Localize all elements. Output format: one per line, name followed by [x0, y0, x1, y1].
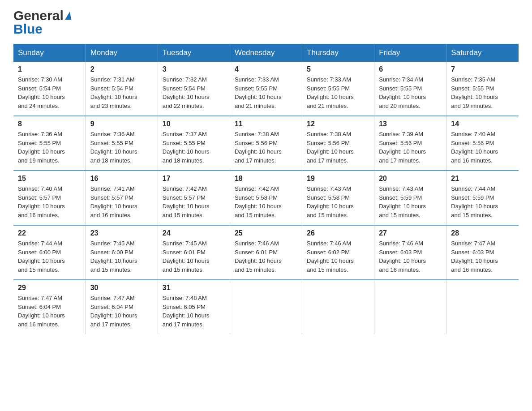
day-info: Sunrise: 7:46 AMSunset: 6:02 PMDaylight:… [307, 239, 369, 274]
calendar-cell: 8 Sunrise: 7:36 AMSunset: 5:55 PMDayligh… [13, 116, 86, 171]
day-info: Sunrise: 7:32 AMSunset: 5:54 PMDaylight:… [163, 75, 225, 110]
day-info: Sunrise: 7:46 AMSunset: 6:01 PMDaylight:… [235, 239, 297, 274]
calendar-cell: 22 Sunrise: 7:44 AMSunset: 6:00 PMDaylig… [13, 225, 86, 280]
calendar-header-row: SundayMondayTuesdayWednesdayThursdayFrid… [13, 44, 519, 62]
day-info: Sunrise: 7:35 AMSunset: 5:55 PMDaylight:… [451, 75, 514, 110]
day-number: 11 [235, 120, 297, 128]
day-info: Sunrise: 7:46 AMSunset: 6:03 PMDaylight:… [379, 239, 442, 274]
calendar-cell: 6 Sunrise: 7:34 AMSunset: 5:55 PMDayligh… [374, 62, 446, 116]
day-info: Sunrise: 7:47 AMSunset: 6:03 PMDaylight:… [451, 239, 514, 274]
day-number: 17 [163, 175, 225, 183]
day-number: 18 [235, 175, 297, 183]
day-info: Sunrise: 7:44 AMSunset: 6:00 PMDaylight:… [18, 239, 81, 274]
calendar-cell [374, 280, 446, 334]
header-cell-sunday: Sunday [13, 44, 86, 62]
day-info: Sunrise: 7:38 AMSunset: 5:56 PMDaylight:… [235, 130, 297, 165]
day-number: 8 [18, 120, 81, 128]
calendar-cell: 18 Sunrise: 7:42 AMSunset: 5:58 PMDaylig… [230, 171, 302, 225]
day-number: 25 [235, 229, 297, 237]
calendar-cell [302, 280, 374, 334]
header-cell-monday: Monday [86, 44, 158, 62]
day-info: Sunrise: 7:44 AMSunset: 5:59 PMDaylight:… [451, 184, 514, 219]
calendar-cell: 27 Sunrise: 7:46 AMSunset: 6:03 PMDaylig… [374, 225, 446, 280]
day-number: 4 [235, 65, 297, 73]
day-number: 24 [163, 229, 225, 237]
day-number: 19 [307, 175, 369, 183]
calendar-cell: 17 Sunrise: 7:42 AMSunset: 5:57 PMDaylig… [158, 171, 230, 225]
day-info: Sunrise: 7:42 AMSunset: 5:58 PMDaylight:… [235, 184, 297, 219]
day-info: Sunrise: 7:37 AMSunset: 5:55 PMDaylight:… [163, 130, 225, 165]
day-number: 2 [90, 65, 153, 73]
day-info: Sunrise: 7:41 AMSunset: 5:57 PMDaylight:… [90, 184, 153, 219]
calendar-cell: 12 Sunrise: 7:38 AMSunset: 5:56 PMDaylig… [302, 116, 374, 171]
calendar-cell: 2 Sunrise: 7:31 AMSunset: 5:54 PMDayligh… [86, 62, 158, 116]
day-info: Sunrise: 7:31 AMSunset: 5:54 PMDaylight:… [90, 75, 153, 110]
day-number: 7 [451, 65, 514, 73]
day-number: 15 [18, 175, 81, 183]
calendar-cell: 9 Sunrise: 7:36 AMSunset: 5:55 PMDayligh… [86, 116, 158, 171]
day-info: Sunrise: 7:33 AMSunset: 5:55 PMDaylight:… [235, 75, 297, 110]
calendar-cell: 30 Sunrise: 7:47 AMSunset: 6:04 PMDaylig… [86, 280, 158, 334]
calendar-cell [230, 280, 302, 334]
calendar-cell: 21 Sunrise: 7:44 AMSunset: 5:59 PMDaylig… [446, 171, 519, 225]
header-cell-friday: Friday [374, 44, 446, 62]
calendar-cell: 7 Sunrise: 7:35 AMSunset: 5:55 PMDayligh… [446, 62, 519, 116]
day-info: Sunrise: 7:36 AMSunset: 5:55 PMDaylight:… [18, 130, 81, 165]
day-number: 9 [90, 120, 153, 128]
day-number: 16 [90, 175, 153, 183]
calendar-cell: 19 Sunrise: 7:43 AMSunset: 5:58 PMDaylig… [302, 171, 374, 225]
calendar-cell: 29 Sunrise: 7:47 AMSunset: 6:04 PMDaylig… [13, 280, 86, 334]
day-info: Sunrise: 7:36 AMSunset: 5:55 PMDaylight:… [90, 130, 153, 165]
day-info: Sunrise: 7:39 AMSunset: 5:56 PMDaylight:… [379, 130, 442, 165]
day-info: Sunrise: 7:42 AMSunset: 5:57 PMDaylight:… [163, 184, 225, 219]
day-info: Sunrise: 7:40 AMSunset: 5:57 PMDaylight:… [18, 184, 81, 219]
logo-general-text: General [13, 9, 64, 22]
day-number: 28 [451, 229, 514, 237]
day-number: 12 [307, 120, 369, 128]
day-info: Sunrise: 7:45 AMSunset: 6:01 PMDaylight:… [163, 239, 225, 274]
logo-triangle-icon [65, 12, 71, 20]
calendar-cell: 13 Sunrise: 7:39 AMSunset: 5:56 PMDaylig… [374, 116, 446, 171]
logo: General Blue [13, 9, 71, 36]
calendar-cell: 31 Sunrise: 7:48 AMSunset: 6:05 PMDaylig… [158, 280, 230, 334]
calendar-cell: 26 Sunrise: 7:46 AMSunset: 6:02 PMDaylig… [302, 225, 374, 280]
calendar-cell: 23 Sunrise: 7:45 AMSunset: 6:00 PMDaylig… [86, 225, 158, 280]
day-info: Sunrise: 7:47 AMSunset: 6:04 PMDaylight:… [18, 294, 81, 329]
day-number: 13 [379, 120, 442, 128]
calendar-cell: 28 Sunrise: 7:47 AMSunset: 6:03 PMDaylig… [446, 225, 519, 280]
day-info: Sunrise: 7:40 AMSunset: 5:56 PMDaylight:… [451, 130, 514, 165]
day-number: 5 [307, 65, 369, 73]
calendar-cell: 15 Sunrise: 7:40 AMSunset: 5:57 PMDaylig… [13, 171, 86, 225]
calendar-cell: 25 Sunrise: 7:46 AMSunset: 6:01 PMDaylig… [230, 225, 302, 280]
day-info: Sunrise: 7:43 AMSunset: 5:59 PMDaylight:… [379, 184, 442, 219]
calendar-week-row: 1 Sunrise: 7:30 AMSunset: 5:54 PMDayligh… [13, 62, 519, 116]
calendar-cell: 3 Sunrise: 7:32 AMSunset: 5:54 PMDayligh… [158, 62, 230, 116]
day-info: Sunrise: 7:30 AMSunset: 5:54 PMDaylight:… [18, 75, 81, 110]
calendar-cell: 1 Sunrise: 7:30 AMSunset: 5:54 PMDayligh… [13, 62, 86, 116]
day-number: 3 [163, 65, 225, 73]
calendar-cell [446, 280, 519, 334]
calendar-cell: 11 Sunrise: 7:38 AMSunset: 5:56 PMDaylig… [230, 116, 302, 171]
day-number: 27 [379, 229, 442, 237]
calendar-cell: 24 Sunrise: 7:45 AMSunset: 6:01 PMDaylig… [158, 225, 230, 280]
day-info: Sunrise: 7:43 AMSunset: 5:58 PMDaylight:… [307, 184, 369, 219]
day-number: 26 [307, 229, 369, 237]
header-cell-tuesday: Tuesday [158, 44, 230, 62]
calendar-cell: 20 Sunrise: 7:43 AMSunset: 5:59 PMDaylig… [374, 171, 446, 225]
day-number: 1 [18, 65, 81, 73]
calendar-table: SundayMondayTuesdayWednesdayThursdayFrid… [13, 44, 519, 334]
day-info: Sunrise: 7:45 AMSunset: 6:00 PMDaylight:… [90, 239, 153, 274]
day-number: 10 [163, 120, 225, 128]
page-header: General Blue [13, 9, 519, 36]
calendar-cell: 14 Sunrise: 7:40 AMSunset: 5:56 PMDaylig… [446, 116, 519, 171]
header-cell-thursday: Thursday [302, 44, 374, 62]
calendar-cell: 5 Sunrise: 7:33 AMSunset: 5:55 PMDayligh… [302, 62, 374, 116]
day-info: Sunrise: 7:47 AMSunset: 6:04 PMDaylight:… [90, 294, 153, 329]
logo-blue-text: Blue [13, 22, 43, 36]
day-info: Sunrise: 7:33 AMSunset: 5:55 PMDaylight:… [307, 75, 369, 110]
day-number: 6 [379, 65, 442, 73]
day-number: 31 [163, 284, 225, 292]
day-number: 21 [451, 175, 514, 183]
day-info: Sunrise: 7:34 AMSunset: 5:55 PMDaylight:… [379, 75, 442, 110]
day-info: Sunrise: 7:38 AMSunset: 5:56 PMDaylight:… [307, 130, 369, 165]
